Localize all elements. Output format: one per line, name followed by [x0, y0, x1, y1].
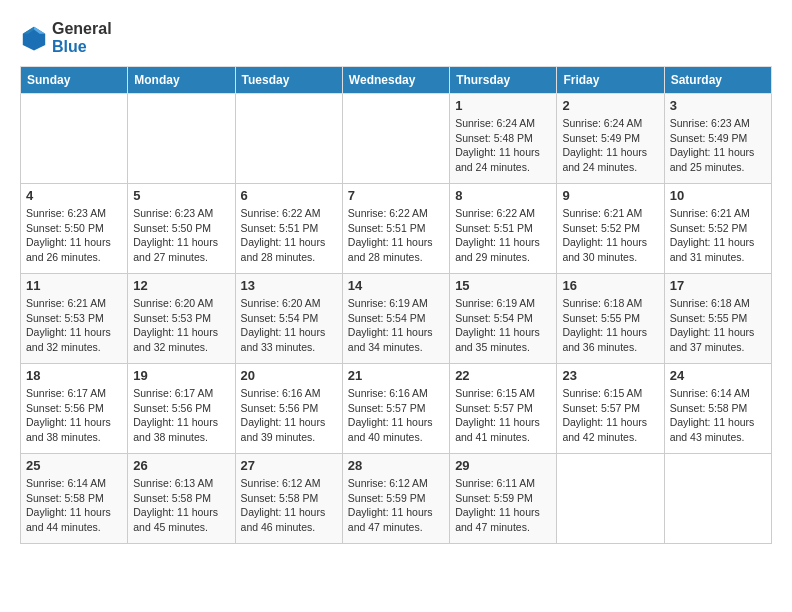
day-cell	[21, 94, 128, 184]
day-detail: Sunrise: 6:22 AM Sunset: 5:51 PM Dayligh…	[455, 206, 551, 265]
day-cell: 15Sunrise: 6:19 AM Sunset: 5:54 PM Dayli…	[450, 274, 557, 364]
day-number: 8	[455, 188, 551, 203]
day-number: 4	[26, 188, 122, 203]
day-detail: Sunrise: 6:14 AM Sunset: 5:58 PM Dayligh…	[26, 476, 122, 535]
day-detail: Sunrise: 6:18 AM Sunset: 5:55 PM Dayligh…	[670, 296, 766, 355]
day-detail: Sunrise: 6:19 AM Sunset: 5:54 PM Dayligh…	[455, 296, 551, 355]
day-cell: 13Sunrise: 6:20 AM Sunset: 5:54 PM Dayli…	[235, 274, 342, 364]
day-cell: 28Sunrise: 6:12 AM Sunset: 5:59 PM Dayli…	[342, 454, 449, 544]
day-detail: Sunrise: 6:16 AM Sunset: 5:57 PM Dayligh…	[348, 386, 444, 445]
day-detail: Sunrise: 6:20 AM Sunset: 5:54 PM Dayligh…	[241, 296, 337, 355]
day-detail: Sunrise: 6:23 AM Sunset: 5:50 PM Dayligh…	[133, 206, 229, 265]
header-cell-sunday: Sunday	[21, 67, 128, 94]
day-number: 1	[455, 98, 551, 113]
calendar-header: SundayMondayTuesdayWednesdayThursdayFrid…	[21, 67, 772, 94]
day-cell: 27Sunrise: 6:12 AM Sunset: 5:58 PM Dayli…	[235, 454, 342, 544]
day-number: 28	[348, 458, 444, 473]
header-cell-tuesday: Tuesday	[235, 67, 342, 94]
week-row-1: 1Sunrise: 6:24 AM Sunset: 5:48 PM Daylig…	[21, 94, 772, 184]
day-number: 14	[348, 278, 444, 293]
day-cell: 8Sunrise: 6:22 AM Sunset: 5:51 PM Daylig…	[450, 184, 557, 274]
day-detail: Sunrise: 6:14 AM Sunset: 5:58 PM Dayligh…	[670, 386, 766, 445]
day-number: 25	[26, 458, 122, 473]
day-cell	[557, 454, 664, 544]
day-cell: 24Sunrise: 6:14 AM Sunset: 5:58 PM Dayli…	[664, 364, 771, 454]
header-cell-wednesday: Wednesday	[342, 67, 449, 94]
day-cell	[664, 454, 771, 544]
day-cell: 29Sunrise: 6:11 AM Sunset: 5:59 PM Dayli…	[450, 454, 557, 544]
calendar-body: 1Sunrise: 6:24 AM Sunset: 5:48 PM Daylig…	[21, 94, 772, 544]
day-cell	[342, 94, 449, 184]
day-cell	[128, 94, 235, 184]
day-detail: Sunrise: 6:21 AM Sunset: 5:53 PM Dayligh…	[26, 296, 122, 355]
day-detail: Sunrise: 6:15 AM Sunset: 5:57 PM Dayligh…	[455, 386, 551, 445]
day-cell: 16Sunrise: 6:18 AM Sunset: 5:55 PM Dayli…	[557, 274, 664, 364]
day-detail: Sunrise: 6:22 AM Sunset: 5:51 PM Dayligh…	[348, 206, 444, 265]
day-number: 19	[133, 368, 229, 383]
day-cell: 12Sunrise: 6:20 AM Sunset: 5:53 PM Dayli…	[128, 274, 235, 364]
day-number: 3	[670, 98, 766, 113]
day-number: 9	[562, 188, 658, 203]
day-number: 2	[562, 98, 658, 113]
header-cell-monday: Monday	[128, 67, 235, 94]
day-number: 13	[241, 278, 337, 293]
day-number: 24	[670, 368, 766, 383]
day-detail: Sunrise: 6:16 AM Sunset: 5:56 PM Dayligh…	[241, 386, 337, 445]
day-cell: 4Sunrise: 6:23 AM Sunset: 5:50 PM Daylig…	[21, 184, 128, 274]
day-detail: Sunrise: 6:23 AM Sunset: 5:49 PM Dayligh…	[670, 116, 766, 175]
page-header: General Blue	[20, 20, 772, 56]
day-number: 5	[133, 188, 229, 203]
day-cell: 18Sunrise: 6:17 AM Sunset: 5:56 PM Dayli…	[21, 364, 128, 454]
day-number: 29	[455, 458, 551, 473]
day-detail: Sunrise: 6:15 AM Sunset: 5:57 PM Dayligh…	[562, 386, 658, 445]
day-detail: Sunrise: 6:18 AM Sunset: 5:55 PM Dayligh…	[562, 296, 658, 355]
day-cell: 7Sunrise: 6:22 AM Sunset: 5:51 PM Daylig…	[342, 184, 449, 274]
logo-icon	[20, 24, 48, 52]
day-cell: 20Sunrise: 6:16 AM Sunset: 5:56 PM Dayli…	[235, 364, 342, 454]
day-number: 26	[133, 458, 229, 473]
day-detail: Sunrise: 6:22 AM Sunset: 5:51 PM Dayligh…	[241, 206, 337, 265]
day-number: 12	[133, 278, 229, 293]
day-cell: 25Sunrise: 6:14 AM Sunset: 5:58 PM Dayli…	[21, 454, 128, 544]
day-number: 21	[348, 368, 444, 383]
header-row: SundayMondayTuesdayWednesdayThursdayFrid…	[21, 67, 772, 94]
logo-text: General Blue	[52, 20, 112, 56]
day-detail: Sunrise: 6:24 AM Sunset: 5:48 PM Dayligh…	[455, 116, 551, 175]
day-cell: 9Sunrise: 6:21 AM Sunset: 5:52 PM Daylig…	[557, 184, 664, 274]
calendar-table: SundayMondayTuesdayWednesdayThursdayFrid…	[20, 66, 772, 544]
day-number: 22	[455, 368, 551, 383]
day-detail: Sunrise: 6:19 AM Sunset: 5:54 PM Dayligh…	[348, 296, 444, 355]
day-number: 20	[241, 368, 337, 383]
day-number: 10	[670, 188, 766, 203]
header-cell-saturday: Saturday	[664, 67, 771, 94]
day-cell: 11Sunrise: 6:21 AM Sunset: 5:53 PM Dayli…	[21, 274, 128, 364]
day-detail: Sunrise: 6:11 AM Sunset: 5:59 PM Dayligh…	[455, 476, 551, 535]
day-number: 6	[241, 188, 337, 203]
day-cell	[235, 94, 342, 184]
day-number: 16	[562, 278, 658, 293]
day-cell: 19Sunrise: 6:17 AM Sunset: 5:56 PM Dayli…	[128, 364, 235, 454]
day-cell: 26Sunrise: 6:13 AM Sunset: 5:58 PM Dayli…	[128, 454, 235, 544]
day-cell: 22Sunrise: 6:15 AM Sunset: 5:57 PM Dayli…	[450, 364, 557, 454]
day-cell: 23Sunrise: 6:15 AM Sunset: 5:57 PM Dayli…	[557, 364, 664, 454]
day-number: 17	[670, 278, 766, 293]
day-cell: 5Sunrise: 6:23 AM Sunset: 5:50 PM Daylig…	[128, 184, 235, 274]
logo: General Blue	[20, 20, 112, 56]
day-cell: 17Sunrise: 6:18 AM Sunset: 5:55 PM Dayli…	[664, 274, 771, 364]
week-row-2: 4Sunrise: 6:23 AM Sunset: 5:50 PM Daylig…	[21, 184, 772, 274]
header-cell-friday: Friday	[557, 67, 664, 94]
day-number: 23	[562, 368, 658, 383]
day-detail: Sunrise: 6:13 AM Sunset: 5:58 PM Dayligh…	[133, 476, 229, 535]
day-cell: 3Sunrise: 6:23 AM Sunset: 5:49 PM Daylig…	[664, 94, 771, 184]
day-detail: Sunrise: 6:23 AM Sunset: 5:50 PM Dayligh…	[26, 206, 122, 265]
day-number: 27	[241, 458, 337, 473]
day-number: 11	[26, 278, 122, 293]
day-detail: Sunrise: 6:17 AM Sunset: 5:56 PM Dayligh…	[133, 386, 229, 445]
header-cell-thursday: Thursday	[450, 67, 557, 94]
day-detail: Sunrise: 6:21 AM Sunset: 5:52 PM Dayligh…	[562, 206, 658, 265]
day-cell: 21Sunrise: 6:16 AM Sunset: 5:57 PM Dayli…	[342, 364, 449, 454]
day-detail: Sunrise: 6:21 AM Sunset: 5:52 PM Dayligh…	[670, 206, 766, 265]
day-cell: 10Sunrise: 6:21 AM Sunset: 5:52 PM Dayli…	[664, 184, 771, 274]
week-row-4: 18Sunrise: 6:17 AM Sunset: 5:56 PM Dayli…	[21, 364, 772, 454]
day-detail: Sunrise: 6:17 AM Sunset: 5:56 PM Dayligh…	[26, 386, 122, 445]
